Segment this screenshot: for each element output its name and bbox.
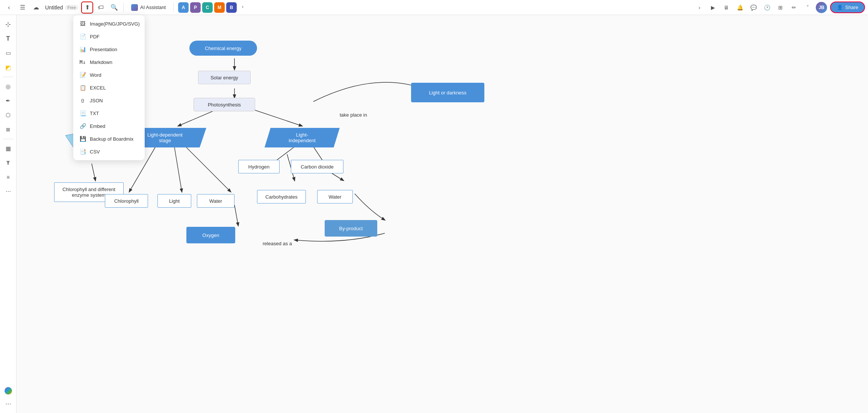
word-export-item[interactable]: 📝 Word xyxy=(73,68,145,81)
cloud-icon: ☁ xyxy=(33,4,39,11)
pdf-export-item[interactable]: 📄 PDF xyxy=(73,30,145,43)
light-dependent-label: Light-dependentstage xyxy=(147,132,183,143)
ai-assistant-button[interactable]: AI Assistant xyxy=(127,3,170,12)
sidebar-item-pen[interactable]: ✒ xyxy=(2,94,15,107)
plugins-more-button[interactable]: ‹ xyxy=(238,2,247,11)
grid-icon[interactable]: ⊞ xyxy=(775,2,786,13)
excel-export-label: EXCEL xyxy=(90,85,106,91)
node-by-product[interactable]: By-product xyxy=(325,220,377,237)
text-icon: T xyxy=(6,35,10,42)
plugin-b[interactable]: B xyxy=(226,2,237,13)
txt-export-item[interactable]: 📃 TXT xyxy=(73,107,145,120)
presentation-icon: 📊 xyxy=(79,46,86,53)
sidebar-item-colorpicker[interactable] xyxy=(2,384,15,397)
sidebar-divider-1 xyxy=(3,77,14,77)
sidebar-item-list[interactable]: ≡ xyxy=(2,171,15,184)
chevron-right-icon[interactable]: › xyxy=(694,2,705,13)
sidebar-item-move[interactable]: ⊹ xyxy=(2,18,15,31)
node-oxygen[interactable]: Oxygen xyxy=(186,227,235,243)
search-icon: 🔍 xyxy=(110,4,118,11)
tag-button[interactable]: 🏷 xyxy=(95,2,107,14)
sidebar-item-textblock[interactable]: Ŧ xyxy=(2,156,15,169)
sidebar-divider-2 xyxy=(3,139,14,139)
node-carbohydrates[interactable]: Carbohydrates xyxy=(257,190,306,203)
chlorophyll-label: Chlorophyll xyxy=(114,198,139,204)
hamburger-button[interactable]: ☰ xyxy=(17,2,29,14)
sidebar-item-text[interactable]: T xyxy=(2,32,15,45)
by-product-label: By-product xyxy=(339,226,363,231)
chevron-down-icon[interactable]: ˅ xyxy=(802,2,813,13)
bell-icon[interactable]: 🔔 xyxy=(735,2,745,13)
sidebar-item-more[interactable]: ⋯ xyxy=(2,185,15,198)
excel-export-item[interactable]: 📋 EXCEL xyxy=(73,81,145,94)
sidebar-item-connector[interactable]: ◎ xyxy=(2,80,15,93)
hamburger-icon: ☰ xyxy=(20,4,25,11)
pen-icon[interactable]: ✏ xyxy=(789,2,799,13)
sidebar-item-shape[interactable]: ▭ xyxy=(2,47,15,59)
node-carbon-dioxide[interactable]: Carbon dioxide xyxy=(291,160,343,173)
backup-export-item[interactable]: 💾 Backup of Boardmix xyxy=(73,132,145,145)
eraser-icon: ⊠ xyxy=(6,127,10,132)
embed-icon: 🔗 xyxy=(79,123,86,129)
cloud-button[interactable]: ☁ xyxy=(30,2,42,14)
node-photosynthesis[interactable]: Photosynthesis xyxy=(194,98,255,111)
play-icon[interactable]: ▶ xyxy=(708,2,718,13)
presentation-icon[interactable]: 🖥 xyxy=(721,2,732,13)
pdf-icon: 📄 xyxy=(79,33,86,40)
topbar: ‹ ☰ ☁ Untitled Free ⬆ 🏷 🔍 AI Assistant A… xyxy=(0,0,868,15)
light-label: Light xyxy=(169,198,180,204)
markdown-export-item[interactable]: M↓ Markdown xyxy=(73,56,145,68)
image-icon: 🖼 xyxy=(79,20,86,27)
color-circle xyxy=(5,387,12,395)
plugin-affinity[interactable]: A xyxy=(178,2,189,13)
plugin-c[interactable]: C xyxy=(202,2,213,13)
node-chlorophyll[interactable]: Chlorophyll xyxy=(105,194,148,208)
presentation-export-label: Presentation xyxy=(90,47,117,52)
node-solar-energy[interactable]: Solar energy xyxy=(198,71,251,84)
node-light[interactable]: Light xyxy=(157,194,191,208)
node-water-right[interactable]: Water xyxy=(317,190,353,203)
node-hydrogen[interactable]: Hydrogen xyxy=(238,160,280,173)
csv-export-item[interactable]: 📑 CSV xyxy=(73,145,145,158)
ai-assistant-label: AI Assistant xyxy=(140,5,166,10)
sidebar-item-extras[interactable]: ⋯ xyxy=(2,397,15,410)
clock-icon[interactable]: 🕐 xyxy=(762,2,772,13)
list-icon: ≡ xyxy=(6,174,9,180)
json-export-item[interactable]: {} JSON xyxy=(73,94,145,107)
pen-icon: ✒ xyxy=(6,97,11,104)
node-water-left[interactable]: Water xyxy=(197,194,234,208)
word-export-label: Word xyxy=(90,72,101,78)
image-export-item[interactable]: 🖼 Image(PNG/JPG/SVG) xyxy=(73,17,145,30)
annotation-released-as: released as a xyxy=(263,241,292,246)
title-area: Untitled Free xyxy=(45,5,78,11)
svg-line-5 xyxy=(174,147,182,192)
sidebar-item-highlighter[interactable]: ⬡ xyxy=(2,109,15,121)
chemical-energy-label: Chemical energy xyxy=(205,46,242,51)
node-chemical-energy[interactable]: Chemical energy xyxy=(189,41,257,56)
svg-line-7 xyxy=(234,205,238,226)
share-icon: 👤 xyxy=(837,5,843,10)
plugin-p[interactable]: P xyxy=(190,2,201,13)
sidebar-item-sticky[interactable]: ◩ xyxy=(2,61,15,74)
more-icon: ⋯ xyxy=(6,188,11,194)
bubble-icon[interactable]: 💬 xyxy=(748,2,759,13)
share-button[interactable]: 👤 Share xyxy=(830,2,865,13)
csv-icon: 📑 xyxy=(79,148,86,155)
node-light-darkness[interactable]: Light or darkness xyxy=(411,83,484,102)
photosynthesis-label: Photosynthesis xyxy=(208,102,241,108)
hydrogen-label: Hydrogen xyxy=(248,164,269,170)
sidebar-item-table[interactable]: ▦ xyxy=(2,142,15,155)
sidebar-item-eraser[interactable]: ⊠ xyxy=(2,123,15,136)
embed-export-item[interactable]: 🔗 Embed xyxy=(73,120,145,132)
user-avatar[interactable]: JB xyxy=(816,2,827,13)
export-dropdown: 🖼 Image(PNG/JPG/SVG) 📄 PDF 📊 Presentatio… xyxy=(73,15,145,160)
back-button[interactable]: ‹ xyxy=(3,2,15,14)
backup-export-label: Backup of Boardmix xyxy=(90,136,133,142)
plugin-m[interactable]: M xyxy=(214,2,225,13)
search-button[interactable]: 🔍 xyxy=(108,2,120,14)
presentation-export-item[interactable]: 📊 Presentation xyxy=(73,43,145,56)
node-light-independent[interactable]: Light-independent xyxy=(265,128,340,147)
left-sidebar: ⊹ T ▭ ◩ ◎ ✒ ⬡ ⊠ ▦ Ŧ ≡ ⋯ ⋯ xyxy=(0,15,17,413)
export-button[interactable]: ⬆ xyxy=(81,2,93,14)
svg-line-3 xyxy=(250,108,302,126)
